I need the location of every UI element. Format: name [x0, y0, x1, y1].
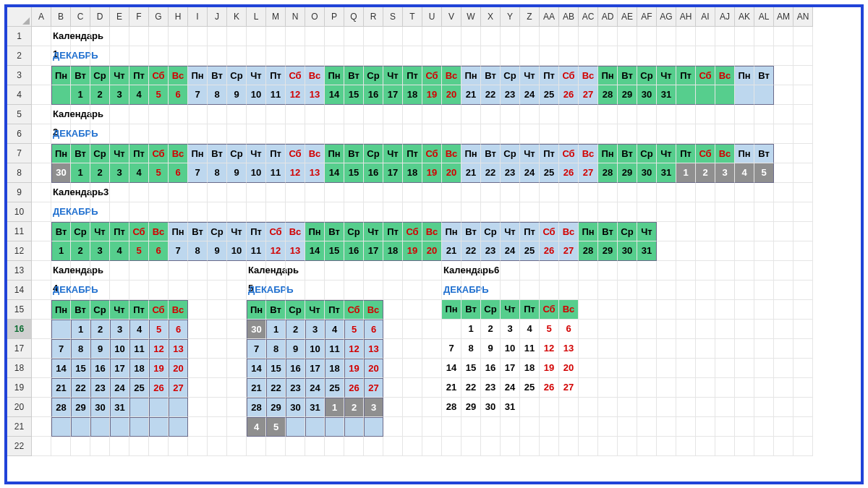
cell[interactable] — [129, 105, 149, 124]
day-number[interactable]: 17 — [110, 359, 129, 378]
cell[interactable] — [754, 183, 774, 202]
day-header[interactable]: Вт — [754, 144, 774, 163]
cell[interactable] — [735, 124, 754, 144]
day-header[interactable]: Вт — [188, 222, 208, 241]
day-number[interactable] — [735, 85, 754, 105]
day-header[interactable]: Ср — [637, 66, 657, 85]
day-number[interactable]: 21 — [442, 241, 461, 261]
day-number[interactable] — [149, 417, 169, 437]
cell[interactable] — [793, 85, 813, 105]
column-header[interactable]: P — [325, 7, 344, 27]
day-header[interactable]: Чт — [110, 300, 129, 320]
cell[interactable] — [188, 378, 208, 398]
cell[interactable] — [793, 202, 813, 222]
cell[interactable] — [32, 339, 51, 359]
cell[interactable] — [422, 27, 442, 46]
day-number[interactable]: 17 — [383, 163, 403, 183]
cell[interactable] — [481, 46, 501, 66]
day-number[interactable]: 14 — [325, 163, 344, 183]
day-header[interactable]: Ср — [364, 144, 383, 163]
day-header[interactable]: Вс — [305, 66, 325, 85]
day-header[interactable]: Пн — [598, 144, 618, 163]
day-header[interactable]: Ср — [90, 300, 110, 320]
cell[interactable] — [286, 124, 305, 144]
day-number[interactable]: 20 — [364, 359, 383, 378]
cell[interactable] — [598, 105, 618, 124]
cell[interactable] — [696, 398, 715, 417]
cell[interactable] — [383, 437, 403, 456]
day-number[interactable]: 10 — [305, 339, 325, 359]
cell[interactable] — [32, 417, 51, 437]
cell[interactable] — [461, 124, 481, 144]
cell[interactable] — [188, 202, 208, 222]
day-number[interactable]: 5 — [540, 320, 559, 339]
row-header[interactable]: 1 — [7, 27, 32, 46]
cell[interactable] — [618, 281, 637, 300]
cell[interactable] — [618, 46, 637, 66]
day-number[interactable]: 26 — [344, 378, 364, 398]
day-header[interactable]: Сб — [286, 66, 305, 85]
day-number[interactable]: 11 — [520, 339, 540, 359]
cell[interactable] — [559, 46, 579, 66]
day-number[interactable]: 15 — [325, 241, 344, 261]
day-number[interactable]: 7 — [247, 339, 266, 359]
day-header[interactable]: Пн — [188, 66, 208, 85]
day-number[interactable]: 5 — [149, 320, 169, 339]
cell[interactable] — [754, 300, 774, 320]
day-number[interactable]: 12 — [149, 339, 169, 359]
day-number[interactable]: 1 — [325, 398, 344, 417]
cell[interactable] — [793, 359, 813, 378]
cell[interactable] — [110, 261, 129, 281]
cell[interactable] — [364, 261, 383, 281]
cell[interactable] — [247, 27, 266, 46]
column-header[interactable]: AB — [559, 7, 579, 27]
day-number[interactable]: 16 — [90, 359, 110, 378]
day-header[interactable]: Пт — [520, 222, 540, 241]
cell[interactable] — [559, 27, 579, 46]
cell[interactable] — [793, 46, 813, 66]
cell[interactable] — [208, 124, 227, 144]
cell[interactable] — [715, 241, 735, 261]
cell[interactable] — [403, 124, 422, 144]
cell[interactable] — [696, 339, 715, 359]
cell[interactable] — [657, 398, 676, 417]
cell[interactable] — [481, 261, 501, 281]
cell[interactable] — [286, 27, 305, 46]
row-header[interactable]: 2 — [7, 46, 32, 66]
day-header[interactable]: Чт — [657, 144, 676, 163]
day-header[interactable]: Пт — [129, 144, 149, 163]
cell[interactable] — [774, 66, 793, 85]
day-number[interactable]: 23 — [286, 378, 305, 398]
day-number[interactable]: 8 — [71, 339, 90, 359]
cell[interactable] — [129, 437, 149, 456]
cell[interactable] — [501, 183, 520, 202]
day-number[interactable]: 11 — [266, 85, 286, 105]
cell[interactable] — [344, 437, 364, 456]
cell[interactable] — [754, 378, 774, 398]
cell[interactable] — [383, 281, 403, 300]
cell[interactable] — [715, 202, 735, 222]
row-header[interactable]: 13 — [7, 261, 32, 281]
cell[interactable] — [676, 281, 696, 300]
day-header[interactable]: Вс — [559, 222, 579, 241]
day-number[interactable]: 21 — [247, 378, 266, 398]
cell[interactable] — [637, 281, 657, 300]
cell[interactable] — [227, 124, 247, 144]
cell[interactable] — [793, 144, 813, 163]
cell[interactable] — [90, 202, 110, 222]
calendar-title[interactable]: Календарь 1 — [51, 27, 71, 46]
cell[interactable] — [110, 105, 129, 124]
cell[interactable] — [247, 105, 266, 124]
cell[interactable] — [422, 183, 442, 202]
cell[interactable] — [579, 300, 598, 320]
cell[interactable] — [383, 124, 403, 144]
cell[interactable] — [110, 124, 129, 144]
day-number[interactable]: 17 — [305, 359, 325, 378]
cell[interactable] — [540, 183, 559, 202]
day-header[interactable]: Пт — [520, 300, 540, 320]
day-number[interactable]: 6 — [149, 241, 169, 261]
cell[interactable] — [579, 105, 598, 124]
cell[interactable] — [305, 124, 325, 144]
cell[interactable] — [715, 281, 735, 300]
cell[interactable] — [598, 300, 618, 320]
